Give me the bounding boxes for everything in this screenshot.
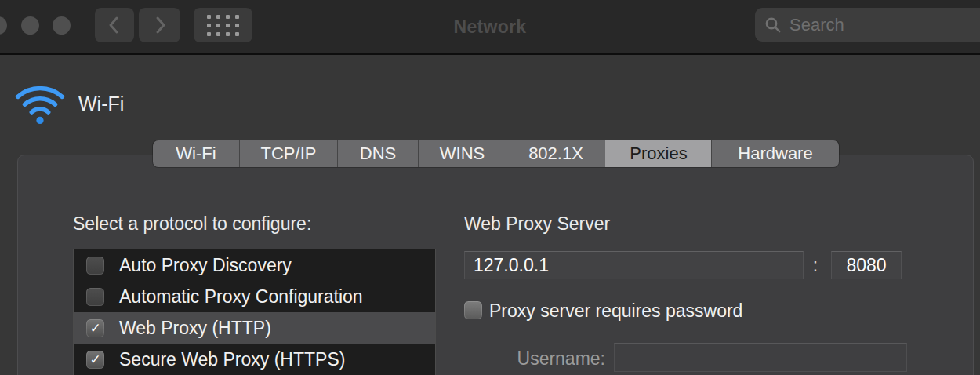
tab-wins[interactable]: WINS: [418, 140, 506, 167]
tab-proxies[interactable]: Proxies: [605, 140, 711, 167]
username-label: Username:: [448, 348, 605, 370]
chevron-left-icon: [104, 14, 125, 36]
tab-label: TCP/IP: [261, 144, 317, 164]
wifi-icon: [14, 74, 66, 126]
protocol-row[interactable]: Auto Proxy Discovery: [74, 249, 435, 281]
server-label: Web Proxy Server: [464, 213, 610, 235]
password-required-label: Proxy server requires password: [489, 300, 742, 322]
protocol-label: Web Proxy (HTTP): [119, 318, 271, 339]
protocol-checkbox[interactable]: ✓: [86, 319, 104, 337]
checkmark-icon: ✓: [89, 322, 100, 335]
grid-icon: [207, 15, 239, 36]
protocol-checkbox[interactable]: [86, 288, 104, 306]
connection-name: Wi-Fi: [78, 93, 124, 115]
port-separator: :: [806, 251, 825, 279]
window-control-zoom[interactable]: [53, 16, 71, 35]
tab-label: Proxies: [630, 144, 687, 164]
window-control-minimize[interactable]: [21, 16, 39, 35]
port-input[interactable]: [831, 251, 902, 279]
protocol-label: Auto Proxy Discovery: [119, 255, 292, 276]
tab-label: WINS: [440, 144, 485, 164]
tab-label: 802.1X: [528, 144, 583, 164]
protocol-list: Auto Proxy DiscoveryAutomatic Proxy Conf…: [73, 249, 436, 375]
back-button[interactable]: [95, 8, 134, 42]
tab-label: Wi-Fi: [176, 144, 216, 164]
forward-button[interactable]: [139, 8, 180, 42]
tab-802-1x[interactable]: 802.1X: [506, 140, 605, 167]
network-preferences-window: Network Wi-Fi Wi-FiTCP/IPDNSWINS802.1XPr…: [0, 0, 980, 375]
tab-tcp-ip[interactable]: TCP/IP: [239, 140, 337, 167]
title-bar: Network: [0, 0, 980, 55]
server-address-input[interactable]: [464, 251, 804, 279]
protocol-row[interactable]: Automatic Proxy Configuration: [74, 281, 435, 312]
protocol-label: Secure Web Proxy (HTTPS): [119, 349, 345, 370]
search-field[interactable]: [755, 8, 980, 42]
tab-bar: Wi-FiTCP/IPDNSWINS802.1XProxiesHardware: [153, 140, 839, 167]
tab-label: Hardware: [738, 144, 812, 164]
protocol-label: Automatic Proxy Configuration: [119, 286, 363, 308]
username-input[interactable]: [614, 343, 907, 372]
protocol-row[interactable]: ✓Secure Web Proxy (HTTPS): [74, 344, 435, 375]
protocol-checkbox[interactable]: ✓: [86, 351, 104, 369]
tab-wi-fi[interactable]: Wi-Fi: [153, 140, 239, 167]
tab-label: DNS: [360, 144, 396, 164]
chevron-right-icon: [150, 14, 170, 36]
tab-dns[interactable]: DNS: [337, 140, 418, 167]
search-input[interactable]: [788, 14, 945, 36]
password-required-checkbox[interactable]: [464, 301, 482, 319]
search-icon: [764, 16, 782, 34]
tab-hardware[interactable]: Hardware: [711, 140, 839, 167]
protocol-row[interactable]: ✓Web Proxy (HTTP): [74, 312, 435, 344]
show-all-button[interactable]: [194, 8, 252, 42]
checkmark-icon: ✓: [89, 353, 100, 366]
window-control-close[interactable]: [0, 16, 7, 35]
protocol-list-header: Select a protocol to configure:: [73, 213, 311, 235]
protocol-checkbox[interactable]: [86, 257, 104, 275]
